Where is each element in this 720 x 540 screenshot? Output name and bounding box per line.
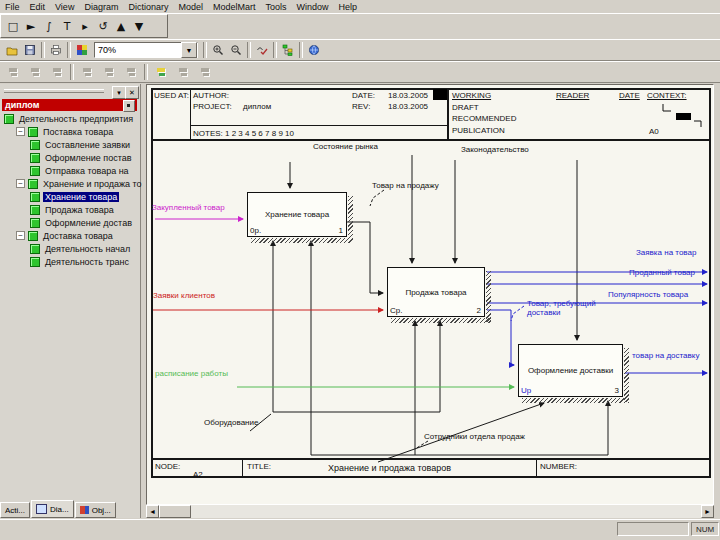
scrollbar-thumb[interactable]: [159, 505, 191, 518]
tree-item[interactable]: Хранение товара: [0, 190, 170, 203]
color-report-icon[interactable]: [73, 41, 91, 59]
tree-item[interactable]: Деятельность начал: [0, 242, 170, 255]
model-menu-button[interactable]: [123, 100, 135, 112]
arrow-label-work-schedule[interactable]: расписание работы: [155, 369, 228, 378]
activity-box-number: 1: [339, 226, 343, 235]
globe-icon[interactable]: [305, 41, 323, 59]
chevron-down-icon[interactable]: ▼: [181, 42, 197, 58]
tree-item[interactable]: Деятельность предприятия: [0, 112, 144, 125]
explorer-tab-3[interactable]: Obj...: [75, 502, 116, 518]
box-shadow-hatch: [348, 196, 353, 242]
tree-item[interactable]: Оформление постав: [0, 151, 170, 164]
horizontal-scrollbar[interactable]: ◄ ►: [146, 505, 714, 518]
spell-check-icon[interactable]: [253, 41, 271, 59]
activity-node-icon: [30, 257, 40, 267]
text-tool-icon[interactable]: T: [58, 17, 76, 35]
zoom-in-icon[interactable]: [209, 41, 227, 59]
star-icon: [46, 63, 68, 81]
activity-box-3[interactable]: Оформление доставкиUp3: [518, 344, 623, 397]
panel-gripper[interactable]: [4, 89, 104, 93]
menu-modelmart[interactable]: ModelMart: [208, 2, 261, 12]
arrow-label-client-orders[interactable]: Заявки клиентов: [153, 291, 215, 300]
arrow-label-sales-staff[interactable]: Сотрудники отдела продаж: [424, 432, 525, 441]
squiggle-tool-icon[interactable]: ∫: [40, 17, 58, 35]
date2-label: DATE: [619, 91, 640, 100]
menu-dictionary[interactable]: Dictionary: [123, 2, 173, 12]
tree-expander-icon[interactable]: −: [16, 231, 25, 240]
rotate-tool-glyph: ↺: [98, 21, 107, 32]
arrow-label-goods-requiring-delivery[interactable]: Товар, требующий доставки: [527, 299, 613, 317]
arrow-label-goods-popularity[interactable]: Популярность товара: [608, 290, 688, 299]
zoom-value: 70%: [95, 45, 181, 55]
box-shadow-hatch: [522, 398, 629, 403]
tree-item[interactable]: −Доставка товара: [0, 229, 156, 242]
activity-node-icon: [30, 218, 40, 228]
zoom-select[interactable]: 70% ▼: [94, 42, 198, 58]
document-icon: [98, 63, 120, 81]
arrow-tool-icon[interactable]: ►: [22, 17, 40, 35]
goto-child-tool-icon[interactable]: ▸: [76, 17, 94, 35]
activity-box-tool-icon[interactable]: □: [4, 17, 22, 35]
tree-item[interactable]: Деятельность транс: [0, 255, 170, 268]
explorer-tab-2[interactable]: Dia...: [31, 500, 74, 518]
notes-label: NOTES: 1 2 3 4 5 6 7 8 9 10: [193, 129, 294, 138]
goto-parent-tool-icon[interactable]: ▲: [112, 17, 130, 35]
tree-item[interactable]: −Хранение и продажа то: [0, 177, 156, 190]
scroll-left-icon[interactable]: ◄: [146, 505, 159, 518]
model-explorer-icon[interactable]: [279, 41, 297, 59]
arrow-label-goods-for-delivery[interactable]: товар на доставку: [632, 351, 699, 360]
tree-item[interactable]: Продажа товара: [0, 203, 170, 216]
menu-model[interactable]: Model: [173, 2, 208, 12]
activity-box-number: 3: [615, 386, 619, 395]
tree-item[interactable]: −Поставка товара: [0, 125, 156, 138]
menu-file[interactable]: File: [0, 2, 25, 12]
menu-view[interactable]: View: [50, 2, 79, 12]
save-icon[interactable]: [21, 41, 39, 59]
tree-expander-icon[interactable]: −: [16, 179, 25, 188]
panel-menu-button[interactable]: ▾: [112, 86, 126, 99]
rotate-tool-icon[interactable]: ↺: [94, 17, 112, 35]
arrow-label-market-state[interactable]: Состояние рынка: [313, 142, 378, 151]
user-icon: [2, 63, 24, 81]
tree-item-label: Продажа товара: [43, 205, 116, 215]
model-title-bar[interactable]: диплом: [2, 99, 137, 111]
activity-box-1[interactable]: Хранение товара0р.1: [247, 192, 347, 237]
working-label: WORKING: [452, 91, 491, 100]
goto-sibling-tool-icon[interactable]: ▼: [130, 17, 148, 35]
menu-tools[interactable]: Tools: [260, 2, 291, 12]
goto-sibling-tool-glyph: ▼: [135, 21, 143, 32]
activity-box-2[interactable]: Продажа товараСр.2: [387, 267, 485, 317]
print-icon[interactable]: [47, 41, 65, 59]
arrow-label-equipment[interactable]: Оборудование: [204, 418, 258, 427]
arrow-label-goods-request[interactable]: Заявка на товар: [636, 248, 696, 257]
menu-help[interactable]: Help: [333, 2, 362, 12]
font-color-icon: [150, 63, 172, 81]
activity-box-title: Оформление доставки: [528, 366, 613, 375]
project-label: PROJECT:: [193, 102, 232, 111]
rev-label: REV:: [352, 102, 370, 111]
status-num: NUM: [691, 522, 719, 536]
menu-diagram[interactable]: Diagram: [79, 2, 123, 12]
tree-item-label: Оформление достав: [43, 218, 134, 228]
tree-item[interactable]: Составление заявки: [0, 138, 170, 151]
diagram-title: Хранение и продажа товаров: [328, 463, 451, 473]
tree-expander-icon[interactable]: −: [16, 127, 25, 136]
tree-item-label: Доставка товара: [41, 231, 115, 241]
panel-close-button[interactable]: ✕: [125, 86, 139, 99]
explorer-tab-1[interactable]: Acti...: [0, 502, 30, 518]
tree-item[interactable]: Оформление достав: [0, 216, 170, 229]
zoom-out-icon[interactable]: [227, 41, 245, 59]
open-icon[interactable]: [3, 41, 21, 59]
menu-edit[interactable]: Edit: [25, 2, 51, 12]
activity-box-title: Продажа товара: [405, 288, 466, 297]
arrow-label-legislation[interactable]: Законодательство: [461, 145, 529, 154]
tree-item[interactable]: Отправка товара на: [0, 164, 170, 177]
arrow-label-goods-for-sale[interactable]: Товар на продажу: [372, 181, 439, 190]
menu-window[interactable]: Window: [291, 2, 333, 12]
activity-node-icon: [28, 127, 38, 137]
box-shadow-hatch: [391, 318, 491, 323]
arrow-label-purchased-goods[interactable]: Закупленный товар: [152, 203, 225, 212]
scroll-right-icon[interactable]: ►: [701, 505, 714, 518]
arrow-label-sold-goods[interactable]: Проданный товар: [629, 268, 695, 277]
activity-box-title: Хранение товара: [265, 210, 329, 219]
